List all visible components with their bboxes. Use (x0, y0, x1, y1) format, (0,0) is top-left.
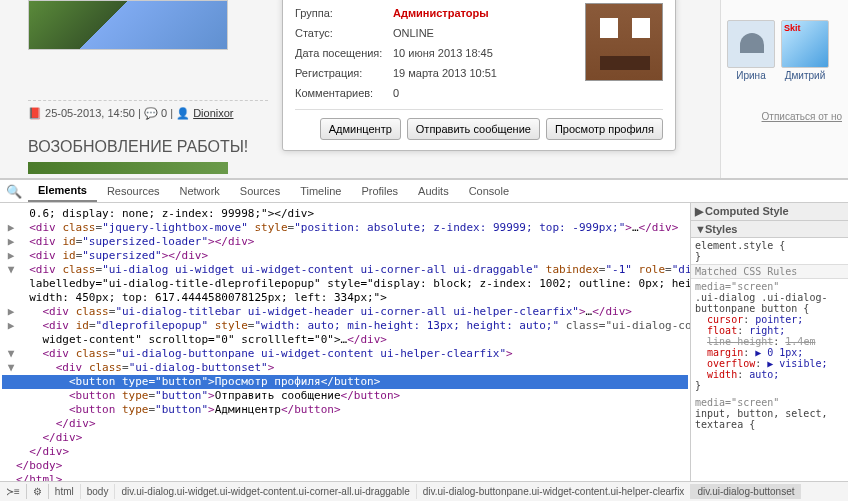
dom-node[interactable]: widget-content" scrolltop="0" scrollleft… (2, 333, 688, 347)
media-query: media="screen" (695, 281, 844, 292)
meta-date: 25-05-2013, 14:50 (45, 107, 135, 119)
breadcrumb-item[interactable]: html (49, 484, 81, 499)
friend-name: Ирина (727, 70, 775, 81)
devtools-tabs: 🔍 ElementsResourcesNetworkSourcesTimelin… (0, 180, 848, 203)
meta-author-link[interactable]: Dionixor (193, 107, 233, 119)
news-meta: 📕 25-05-2013, 14:50 | 💬 0 | 👤 Dionixor (28, 100, 268, 120)
admin-button[interactable]: Админцентр (320, 118, 401, 140)
breadcrumb-item[interactable]: body (81, 484, 116, 499)
media-query: media="screen" (695, 397, 844, 408)
dom-tree[interactable]: 0.6; display: none; z-index: 99998;"></d… (0, 203, 690, 481)
avatar (585, 3, 663, 81)
dom-node[interactable]: ▼ <div class="ui-dialog ui-widget ui-wid… (2, 263, 688, 277)
news-thumbnail[interactable] (28, 0, 228, 50)
css-property[interactable]: float: right; (695, 325, 844, 336)
dom-node[interactable]: ▶ <div id="dleprofilepopup" style="width… (2, 319, 688, 333)
css-property[interactable]: cursor: pointer; (695, 314, 844, 325)
tab-sources[interactable]: Sources (230, 181, 290, 201)
styles-panel[interactable]: ▶Computed Style ▼Styles element.style { … (690, 203, 848, 481)
styles-header[interactable]: ▼Styles (691, 221, 848, 238)
sidebar: Ирина Дмитрий Отписаться от но (720, 0, 848, 178)
page-content: 📕 25-05-2013, 14:50 | 💬 0 | 👤 Dionixor В… (0, 0, 848, 178)
label-status: Статус: (295, 23, 393, 43)
label-group: Группа: (295, 3, 393, 23)
tab-profiles[interactable]: Profiles (351, 181, 408, 201)
meta-comments: 0 (161, 107, 167, 119)
label-reg: Регистрация: (295, 63, 393, 83)
dom-node[interactable]: ▶ <div id="supersized"></div> (2, 249, 688, 263)
dialog-buttonpane: Админцентр Отправить сообщение Просмотр … (295, 109, 663, 140)
send-message-button[interactable]: Отправить сообщение (407, 118, 540, 140)
matched-rules-header: Matched CSS Rules (691, 264, 848, 279)
news-card: 📕 25-05-2013, 14:50 | 💬 0 | 👤 Dionixor В… (28, 0, 268, 174)
dom-node[interactable]: width: 450px; top: 617.4444580078125px; … (2, 291, 688, 305)
dom-node[interactable]: </div> (2, 431, 688, 445)
friend-item[interactable]: Ирина (727, 20, 775, 81)
css-property[interactable]: line-height: 1.4em (695, 336, 844, 347)
label-visit: Дата посещения: (295, 43, 393, 63)
dom-node[interactable]: ▼ <div class="ui-dialog-buttonpane ui-wi… (2, 347, 688, 361)
css-property[interactable]: margin: ▶ 0 1px; (695, 347, 844, 358)
dom-node[interactable]: </div> (2, 445, 688, 459)
dom-node[interactable]: 0.6; display: none; z-index: 99998;"></d… (2, 207, 688, 221)
tab-resources[interactable]: Resources (97, 181, 170, 201)
element-style-rule: element.style { (695, 240, 844, 251)
devtools-panel: 🔍 ElementsResourcesNetworkSourcesTimelin… (0, 178, 848, 501)
dom-node[interactable]: ▶ <div class="ui-dialog-titlebar ui-widg… (2, 305, 688, 319)
breadcrumb-item[interactable]: div.ui-dialog.ui-widget.ui-widget-conten… (115, 484, 416, 499)
css-selector: .ui-dialog .ui-dialog-buttonpane button … (695, 292, 844, 314)
news-title[interactable]: ВОЗОБНОВЛЕНИЕ РАБОТЫ! (28, 138, 268, 156)
unsubscribe-link[interactable]: Отписаться от но (727, 111, 842, 122)
dom-node[interactable]: <button type="button">Отправить сообщени… (2, 389, 688, 403)
friend-avatar (727, 20, 775, 68)
friend-item[interactable]: Дмитрий (781, 20, 829, 81)
console-toggle-icon[interactable]: ≻≡ (0, 484, 27, 499)
dom-node[interactable]: <button type="button">Админцентр</button… (2, 403, 688, 417)
computed-style-header[interactable]: ▶Computed Style (691, 203, 848, 221)
inspect-icon[interactable]: 🔍 (0, 182, 28, 201)
breadcrumb-item[interactable]: div.ui-dialog-buttonset (691, 484, 801, 499)
dom-node[interactable]: ▶ <div class="jquery-lightbox-move" styl… (2, 221, 688, 235)
dom-node[interactable]: ▶ <div id="supersized-loader"></div> (2, 235, 688, 249)
dom-node[interactable]: </body> (2, 459, 688, 473)
dom-node[interactable]: </div> (2, 417, 688, 431)
value-comments: 0 (393, 83, 663, 103)
tab-audits[interactable]: Audits (408, 181, 459, 201)
css-selector: input, button, select, textarea { (695, 408, 844, 430)
dom-node[interactable]: ▼ <div class="ui-dialog-buttonset"> (2, 361, 688, 375)
settings-icon[interactable]: ⚙ (27, 484, 49, 499)
profile-dialog: Группа: Статус: Дата посещения: Регистра… (282, 0, 676, 151)
friend-name: Дмитрий (781, 70, 829, 81)
tab-timeline[interactable]: Timeline (290, 181, 351, 201)
dom-node[interactable]: </html> (2, 473, 688, 481)
tab-elements[interactable]: Elements (28, 180, 97, 202)
view-profile-button[interactable]: Просмотр профиля (546, 118, 663, 140)
tab-console[interactable]: Console (459, 181, 519, 201)
tab-network[interactable]: Network (170, 181, 230, 201)
friend-avatar (781, 20, 829, 68)
css-property[interactable]: overflow: ▶ visible; (695, 358, 844, 369)
breadcrumbs: ≻≡ ⚙ htmlbodydiv.ui-dialog.ui-widget.ui-… (0, 481, 848, 501)
css-property[interactable]: width: auto; (695, 369, 844, 380)
dom-node[interactable]: <button type="button">Просмотр профиля</… (2, 375, 688, 389)
label-comments: Комментариев: (295, 83, 393, 103)
dom-node[interactable]: labelledby="ui-dialog-title-dleprofilepo… (2, 277, 688, 291)
news-thumbnail-2[interactable] (28, 162, 228, 174)
breadcrumb-item[interactable]: div.ui-dialog-buttonpane.ui-widget-conte… (417, 484, 692, 499)
